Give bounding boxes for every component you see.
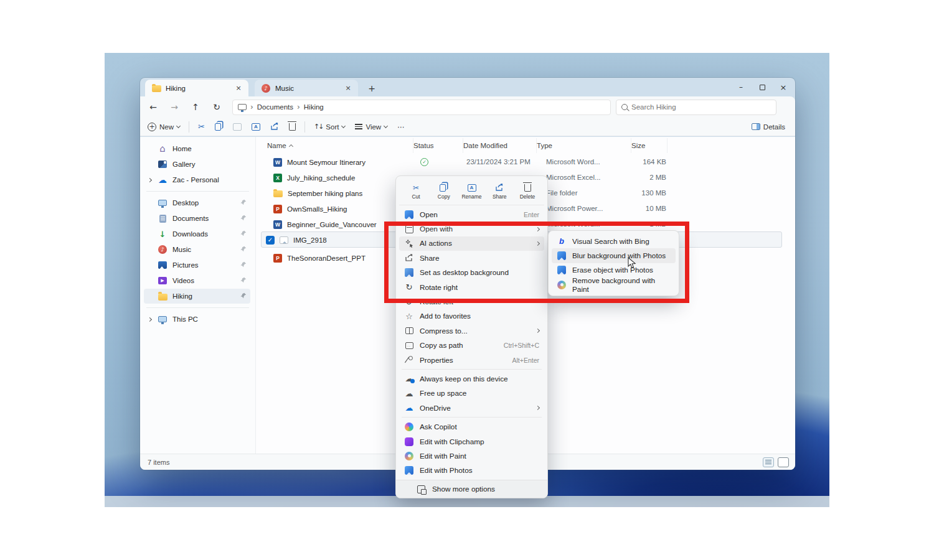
menu-item-ai-actions[interactable]: AI actions <box>399 236 544 251</box>
delete-icon <box>524 183 531 192</box>
submenu-item-visual-search-bing[interactable]: b Visual Search with Bing <box>552 234 676 248</box>
sidebar-item-onedrive-personal[interactable]: ☁ Zac - Personal <box>144 172 250 187</box>
file-row[interactable]: P TheSonoranDesert_PPT <box>273 250 366 266</box>
sidebar-item-downloads[interactable]: ↓ Downloads <box>144 226 250 241</box>
file-row[interactable]: P OwnSmalls_Hiking <box>273 201 347 217</box>
open-with-icon <box>404 225 414 233</box>
file-row[interactable]: W Beginner_Guide_Vancouver <box>273 217 377 232</box>
copy-button[interactable]: Copy <box>431 181 457 202</box>
submenu-item-erase-object-photos[interactable]: Erase object with Photos <box>552 263 676 278</box>
up-button[interactable]: ↑ <box>187 100 204 114</box>
sidebar-item-desktop[interactable]: Desktop <box>144 195 250 210</box>
menu-item-always-keep-on-device[interactable]: ☁ Always keep on this device <box>399 371 544 386</box>
column-size[interactable]: Size <box>631 138 667 153</box>
tab-close-icon[interactable]: × <box>343 83 353 93</box>
paste-button[interactable] <box>228 119 247 135</box>
folder-icon <box>158 291 167 301</box>
sidebar-item-this-pc[interactable]: This PC <box>144 312 250 327</box>
menu-item-onedrive[interactable]: ☁ OneDrive <box>399 401 544 415</box>
back-button[interactable]: ← <box>145 100 161 114</box>
file-row[interactable]: September hiking plans <box>273 185 362 201</box>
breadcrumb-separator: › <box>250 103 253 111</box>
sidebar-item-hiking[interactable]: Hiking <box>144 289 250 304</box>
file-row[interactable]: X July_hiking_schedule <box>273 170 355 185</box>
column-name[interactable]: Name <box>267 138 413 153</box>
window-controls: – × <box>730 78 794 96</box>
menu-item-add-to-favorites[interactable]: ☆ Add to favorites <box>399 309 544 324</box>
menu-item-edit-with-photos[interactable]: Edit with Photos <box>399 464 544 478</box>
sidebar-item-gallery[interactable]: Gallery <box>144 157 250 172</box>
share-button[interactable]: Share <box>486 181 512 202</box>
menu-item-rotate-left[interactable]: ↺ Rotate left <box>399 294 544 309</box>
chevron-right-icon[interactable] <box>148 177 152 182</box>
navigation-pane: ⌂ Home Gallery ☁ Zac - Personal Desktop <box>140 137 256 454</box>
sidebar-item-pictures[interactable]: Pictures <box>144 258 250 273</box>
tab-hiking[interactable]: Hiking × <box>145 80 248 96</box>
menu-item-set-desktop-background[interactable]: Set as desktop background <box>399 266 544 280</box>
new-button[interactable]: + New <box>143 119 185 135</box>
list-view-toggle-icon[interactable] <box>763 457 774 467</box>
delete-button[interactable]: Delete <box>514 181 540 202</box>
submenu-item-blur-background-photos[interactable]: Blur background with Photos <box>552 248 676 263</box>
refresh-button[interactable]: ↻ <box>209 100 225 114</box>
details-pane-icon <box>752 123 760 130</box>
file-row-selected[interactable]: ✓ IMG_2918 <box>266 232 327 248</box>
column-type[interactable]: Type <box>537 138 631 153</box>
sidebar-item-music[interactable]: ♪ Music <box>144 242 250 257</box>
menu-item-share[interactable]: Share <box>399 251 544 265</box>
shortcut: Ctrl+Shift+C <box>504 342 539 349</box>
menu-item-properties[interactable]: Properties Alt+Enter <box>399 353 544 367</box>
breadcrumb-documents[interactable]: Documents <box>257 103 293 111</box>
menu-item-open-with[interactable]: Open with <box>399 222 544 236</box>
maximize-button[interactable] <box>752 78 773 96</box>
menu-item-show-more-options[interactable]: Show more options <box>396 480 547 498</box>
search-input[interactable] <box>631 103 771 111</box>
sidebar-item-home[interactable]: ⌂ Home <box>144 141 250 156</box>
address-bar[interactable]: › Documents › Hiking <box>232 100 611 115</box>
chevron-right-icon[interactable] <box>148 317 152 321</box>
search-box[interactable] <box>616 100 776 115</box>
cut-button[interactable]: ✂ <box>193 119 210 135</box>
checkbox-checked[interactable]: ✓ <box>266 236 275 245</box>
desktop-icon <box>158 198 167 208</box>
tab-music[interactable]: ♪ Music × <box>255 80 358 96</box>
menu-item-free-up-space[interactable]: ☁ Free up space <box>399 386 544 401</box>
menu-item-open[interactable]: Open Enter <box>399 207 544 222</box>
tab-close-icon[interactable]: × <box>234 83 243 93</box>
breadcrumb-hiking[interactable]: Hiking <box>304 103 324 111</box>
copy-button[interactable] <box>210 119 228 135</box>
word-file-icon: W <box>273 220 282 229</box>
new-tab-button[interactable]: + <box>366 82 378 95</box>
documents-icon <box>158 213 167 223</box>
sort-button[interactable]: ↑↓ Sort <box>309 119 351 135</box>
menu-item-edit-with-paint[interactable]: Edit with Paint <box>399 449 544 463</box>
submenu-item-remove-background-paint[interactable]: Remove background with Paint <box>552 278 676 292</box>
close-button[interactable]: × <box>773 78 794 96</box>
sidebar-item-documents[interactable]: Documents <box>144 211 250 226</box>
delete-button[interactable] <box>284 119 301 135</box>
minimize-button[interactable]: – <box>730 78 752 96</box>
rename-icon: A <box>468 183 476 192</box>
menu-item-edit-with-clipchamp[interactable]: Edit with Clipchamp <box>399 434 544 449</box>
cut-button[interactable]: ✂ Cut <box>403 181 429 202</box>
show-more-icon <box>416 485 426 493</box>
sidebar-item-videos[interactable]: ▶ Videos <box>144 273 250 288</box>
file-row[interactable]: W Mount Seymour Itinerary <box>273 154 366 170</box>
rename-button[interactable]: A Rename <box>459 181 485 202</box>
rename-button[interactable]: A <box>247 119 265 135</box>
menu-item-ask-copilot[interactable]: Ask Copilot <box>399 419 544 434</box>
menu-item-copy-as-path[interactable]: .. Copy as path Ctrl+Shift+C <box>399 338 544 353</box>
more-options-button[interactable]: ⋯ <box>392 119 410 135</box>
cut-icon: ✂ <box>198 122 205 131</box>
menu-item-compress-to[interactable]: Compress to... <box>399 324 544 338</box>
menu-item-rotate-right[interactable]: ↻ Rotate right <box>399 280 544 294</box>
preview-pane-toggle-icon[interactable] <box>778 457 789 467</box>
details-pane-button[interactable]: Details <box>747 119 790 135</box>
column-status[interactable]: Status <box>413 138 463 153</box>
share-button[interactable] <box>265 119 284 135</box>
column-date-modified[interactable]: Date Modified <box>463 138 537 153</box>
view-button[interactable]: View <box>350 119 392 135</box>
forward-button[interactable]: → <box>166 100 182 114</box>
file-size: 10 MB <box>631 205 666 212</box>
tab-strip: Hiking × ♪ Music × + – × <box>140 78 795 96</box>
